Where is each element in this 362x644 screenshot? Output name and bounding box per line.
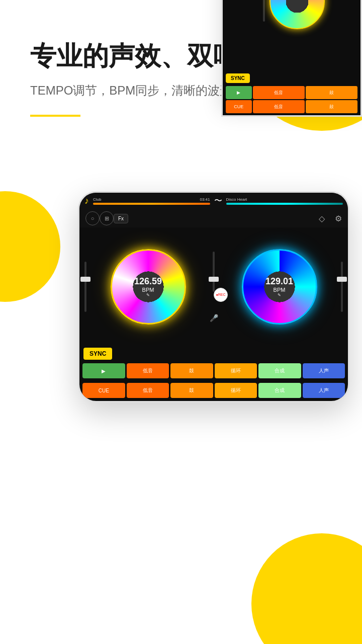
- dj-interface-1: ♪ Club 03:41 〜: [79, 193, 348, 401]
- left-bpm-value: 126.59: [134, 276, 162, 287]
- left-deck: 126.59 BPM ✎: [92, 227, 205, 346]
- pad-synth-1[interactable]: 合成: [258, 363, 301, 378]
- dj2-bottom-pads: SYNC ▶ 低音 鼓 CUE 低音 鼓: [223, 71, 360, 115]
- bg-decoration-bottom-right: [251, 533, 362, 644]
- play-icon: ▶: [102, 368, 106, 374]
- pads-row-2: CUE 低音 鼓 循环 合成 人声: [79, 381, 348, 401]
- right-turntable[interactable]: 129.01 BPM ✎: [242, 249, 317, 325]
- sync-row: SYNC: [79, 346, 348, 362]
- dj2-sync-row: SYNC: [226, 73, 357, 85]
- heartbeat-icon: 〜: [214, 196, 222, 206]
- dj-interface-2: ♪ Club ○ ⊞ Fx: [223, 0, 360, 115]
- fx-button[interactable]: Fx: [114, 214, 128, 223]
- center-fader[interactable]: [213, 252, 215, 292]
- dj2-bass-pad[interactable]: 低音: [253, 86, 305, 99]
- left-bpm-icon: ✎: [134, 293, 162, 297]
- dj2-bass-pad-2[interactable]: 低音: [253, 100, 305, 113]
- left-fader-thumb: [80, 277, 90, 282]
- waveform-left: [93, 203, 210, 205]
- waveform-right: [226, 203, 343, 205]
- music-note-icon: ♪: [84, 196, 89, 206]
- dj2-drum-pad[interactable]: 鼓: [306, 86, 357, 99]
- phone-mockup-1: ♪ Club 03:41 〜: [78, 191, 349, 403]
- eq-btn[interactable]: ⊞: [100, 211, 114, 225]
- dj2-turntable[interactable]: [269, 0, 325, 29]
- center-fader-thumb: [209, 277, 219, 282]
- right-fader[interactable]: [341, 262, 343, 312]
- loop-btn[interactable]: ○: [85, 211, 100, 225]
- phone-frame-2: ♪ Club ○ ⊞ Fx: [221, 0, 362, 117]
- right-bpm-icon: ✎: [265, 293, 293, 297]
- right-fader-thumb: [337, 277, 347, 282]
- dj2-deck-area: [223, 0, 360, 71]
- dj2-drum-pad-2[interactable]: 鼓: [306, 100, 357, 113]
- track-time: 03:41: [200, 197, 210, 202]
- left-bpm-label: BPM: [134, 287, 162, 293]
- track-right-label: Disco Heart: [226, 197, 247, 202]
- pad-vocal-1[interactable]: 人声: [303, 363, 345, 378]
- dj2-cue-pad[interactable]: CUE: [226, 100, 252, 113]
- divider-line: [30, 115, 80, 117]
- dj-top-bar: ♪ Club 03:41 〜: [79, 193, 348, 209]
- waveform-bars-right: [226, 203, 343, 205]
- mic-icon[interactable]: 🎤: [210, 314, 218, 322]
- phone-mockup-2: ♪ Club ○ ⊞ Fx: [221, 0, 362, 117]
- dj-decks-row: 126.59 BPM ✎ ●REC 🎤: [79, 227, 348, 346]
- right-bpm-display: 129.01 BPM ✎: [265, 276, 293, 297]
- pad-synth-2[interactable]: 合成: [258, 383, 301, 398]
- pads-row-1: ▶ 低音 鼓 循环 合成 人声: [79, 362, 348, 381]
- track-left-label: Club: [93, 197, 101, 202]
- page-content: 专业的声效、双唱盘 TEMPO调节，BPM同步，清晰的波形图 ♪ Club 03…: [0, 0, 362, 117]
- dj2-play-pad[interactable]: ▶: [226, 86, 252, 99]
- dj2-fader[interactable]: [263, 0, 265, 22]
- bg-decoration-left-middle: [0, 191, 60, 302]
- left-bpm-display: 126.59 BPM ✎: [134, 276, 162, 297]
- right-bpm-label: BPM: [265, 287, 293, 293]
- pad-vocal-2[interactable]: 人声: [303, 383, 345, 398]
- pad-cue[interactable]: CUE: [82, 383, 125, 398]
- dj2-pad-row: ▶ 低音 鼓: [226, 86, 357, 99]
- gem-icon[interactable]: ◇: [319, 214, 325, 223]
- right-bpm-value: 129.01: [265, 276, 293, 287]
- pad-bass-1[interactable]: 低音: [127, 363, 169, 378]
- dj2-pad-row-2: CUE 低音 鼓: [226, 100, 357, 113]
- pad-bass-2[interactable]: 低音: [127, 383, 169, 398]
- pad-loop-1[interactable]: 循环: [215, 363, 257, 378]
- gear-icon[interactable]: ⚙: [335, 214, 342, 223]
- pad-drum-2[interactable]: 鼓: [170, 383, 213, 398]
- sync-button[interactable]: SYNC: [83, 348, 112, 360]
- dj2-sync-button[interactable]: SYNC: [226, 73, 250, 83]
- phone-frame-1: ♪ Club 03:41 〜: [78, 191, 349, 403]
- pad-play[interactable]: ▶: [82, 363, 125, 378]
- left-fader[interactable]: [84, 262, 86, 312]
- dj-controls-row: ○ ⊞ Fx ◇ ⚙: [79, 209, 348, 227]
- right-deck: 129.01 BPM ✎: [223, 227, 336, 346]
- waveform-bars-left: [93, 203, 127, 205]
- left-turntable[interactable]: 126.59 BPM ✎: [111, 249, 186, 325]
- pad-drum-1[interactable]: 鼓: [170, 363, 213, 378]
- pad-loop-2[interactable]: 循环: [215, 383, 257, 398]
